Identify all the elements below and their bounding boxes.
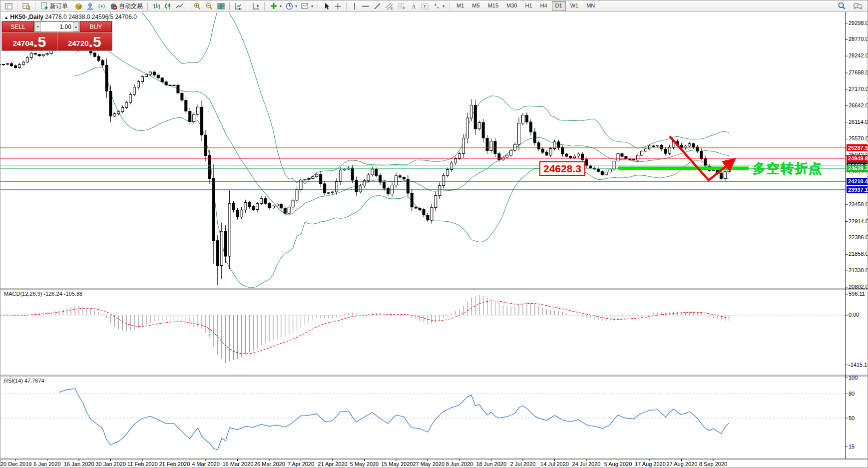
buy-button[interactable]: BUY (80, 21, 112, 32)
add-indicator-button[interactable]: ▾ (268, 1, 284, 11)
price-axis-label: 21330.0 (849, 267, 868, 273)
timeframe-button-mn[interactable]: MN (583, 1, 598, 11)
svg-text:A: A (412, 3, 416, 10)
fibonacci-tool-icon[interactable]: F (396, 1, 408, 11)
zoom-out-icon[interactable] (203, 1, 215, 11)
time-axis-label: 16 Mar 2020 (223, 461, 253, 467)
rsi-pane-label: RSI(14) 47.7674 (4, 378, 44, 384)
crosshair-tool-icon[interactable] (332, 1, 344, 11)
timeframe-button-h1[interactable]: H1 (521, 1, 535, 11)
timeframe-button-m5[interactable]: M5 (468, 1, 483, 11)
time-axis-label: 11 Feb 2020 (127, 461, 157, 467)
signals-icon[interactable] (96, 1, 107, 11)
volume-increase-button[interactable]: ▲ (73, 22, 79, 31)
chart-canvas[interactable] (0, 12, 868, 468)
arrow-objects-button[interactable]: ▾ (431, 1, 446, 11)
cursor-tool-icon[interactable] (321, 1, 332, 11)
template-button[interactable]: ▾ (299, 1, 315, 11)
period-clock-button[interactable]: ▾ (284, 1, 299, 11)
price-level-tag: 24210.4 (847, 178, 868, 185)
price-axis-label: 26642.0 (849, 102, 868, 108)
time-axis-label: 8 Sep 2020 (698, 461, 728, 467)
svg-text:E: E (391, 6, 393, 10)
timeframe-button-m15[interactable]: M15 (484, 1, 502, 11)
price-axis-label: 25570.0 (849, 135, 868, 141)
time-axis-label: 21 Feb 2020 (159, 461, 189, 467)
line-chart-mode-icon[interactable] (174, 1, 185, 11)
price-axis-label: 27170.0 (849, 86, 868, 92)
price-axis-label: 20802.0 (849, 284, 868, 290)
auto-trading-button[interactable]: 自动交易 (107, 1, 145, 11)
price-axis-label: 29298.0 (849, 20, 868, 26)
bar-chart-mode-icon[interactable] (151, 1, 162, 11)
horizontal-line-tool-icon[interactable] (360, 1, 372, 11)
search-icon[interactable] (836, 1, 848, 11)
mql5-community-icon[interactable] (84, 1, 96, 11)
time-axis-label: 27 Aug 2020 (667, 461, 697, 467)
chart-title: ▲ HK50-,Daily 24776.0 24838.0 24596.5 24… (4, 13, 137, 20)
equidistant-channel-tool-icon[interactable]: E (383, 1, 396, 11)
chart-preview-icon[interactable] (20, 1, 32, 11)
macd-axis-label: 0.00 (849, 312, 859, 318)
tile-windows-icon[interactable] (215, 1, 227, 11)
chart-shift-icon[interactable] (250, 1, 262, 11)
svg-text:F: F (403, 6, 405, 10)
time-axis-label: 21 Apr 2020 (318, 461, 348, 467)
price-axis-label: 22386.0 (849, 234, 868, 240)
turning-point-annotation[interactable]: 多空转折点 (753, 160, 823, 177)
timeframe-button-m1[interactable]: M1 (453, 1, 467, 11)
time-axis-label: 8 Jun 2020 (444, 461, 474, 467)
new-order-button[interactable]: 新订单 (38, 1, 70, 11)
chat-icon[interactable] (851, 1, 865, 11)
buy-price[interactable]: 24720 .5 (57, 32, 112, 50)
price-axis-label: 28242.0 (849, 52, 868, 58)
vertical-line-tool-icon[interactable] (350, 1, 360, 11)
market-watch-icon[interactable] (73, 1, 84, 11)
volume-input[interactable] (41, 22, 73, 31)
macd-axis-label: -1415.19 (849, 362, 868, 368)
sell-price[interactable]: 24704 .5 (2, 32, 57, 50)
time-axis-label: 30 Jan 2020 (96, 461, 126, 467)
sell-button[interactable]: SELL (2, 21, 34, 32)
chart-window-icon[interactable] (3, 1, 14, 11)
ohlc-values: 24776.0 24838.0 24596.5 24706.0 (45, 13, 137, 20)
time-axis-label: 15 May 2020 (381, 461, 411, 467)
time-axis-label: 16 Jan 2020 (64, 461, 94, 467)
one-click-trading-panel: SELL ▼ ▲ BUY 24704 .5 24720 .5 (1, 21, 112, 51)
text-tool-icon[interactable]: A (408, 1, 419, 11)
svg-text:T: T (424, 4, 427, 9)
price-axis-label: 23458.0 (849, 201, 868, 207)
sell-price-main: 24704 (12, 37, 33, 49)
time-axis-label: 26 Mar 2020 (254, 461, 284, 467)
timeframe-button-m30[interactable]: M30 (503, 1, 520, 11)
timeframe-button-w1[interactable]: W1 (567, 1, 582, 11)
auto-scroll-icon[interactable] (233, 1, 244, 11)
timeframe-button-d1[interactable]: D1 (552, 1, 566, 11)
time-axis-label: 5 May 2020 (350, 461, 380, 467)
price-level-tag: 24949.9 (847, 155, 868, 162)
rsi-axis-label: 50 (849, 415, 855, 421)
price-axis-label: 21858.0 (849, 251, 868, 257)
candlestick-mode-icon[interactable] (162, 1, 174, 11)
collapse-icon[interactable]: ▲ (4, 15, 8, 20)
trendline-tool-icon[interactable] (372, 1, 383, 11)
trading-terminal-window: 新订单 自动交易 (0, 0, 868, 468)
price-axis-label: 22914.0 (849, 218, 868, 224)
rsi-axis-label: 15 (849, 444, 855, 450)
time-axis-label: 6 Jan 2020 (32, 461, 62, 467)
price-annotation-box[interactable]: 24628.3 (539, 161, 585, 176)
price-level-tag: 23937.1 (847, 186, 868, 193)
macd-pane-label: MACD(12,26,9) -126.24 -105.88 (4, 291, 82, 297)
time-axis-label: 2 Jul 2020 (508, 461, 538, 467)
time-axis-label: 7 Apr 2020 (286, 461, 316, 467)
rsi-axis-label: 80 (849, 391, 855, 397)
timeframe-button-h4[interactable]: H4 (537, 1, 551, 11)
zoom-in-icon[interactable] (191, 1, 203, 11)
volume-decrease-button[interactable]: ▼ (35, 22, 41, 31)
time-axis-label: 17 Aug 2020 (635, 461, 665, 467)
buy-price-fraction: .5 (89, 34, 101, 49)
price-level-tag: 25287.5 (847, 144, 868, 151)
text-label-tool-icon[interactable]: T (419, 1, 431, 11)
chart-area[interactable]: ▲ HK50-,Daily 24776.0 24838.0 24596.5 24… (0, 12, 868, 468)
symbol-period-label: HK50-,Daily (10, 13, 43, 20)
